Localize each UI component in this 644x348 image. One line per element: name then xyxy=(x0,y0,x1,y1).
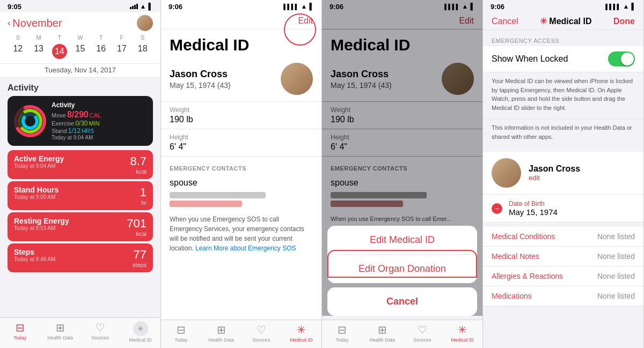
edit-profile-link[interactable]: edit xyxy=(529,174,580,182)
medications-value: None listed xyxy=(597,292,635,300)
medications-row[interactable]: Medications None listed xyxy=(483,286,643,306)
signal-icon xyxy=(130,4,138,9)
screen-calendar-health: 9:05 ▲ ▌ ‹ November S M T W T F S 12 13 … xyxy=(0,0,161,348)
date-15[interactable]: 15 xyxy=(70,44,91,59)
allergies-row[interactable]: Allergies & Reactions None listed xyxy=(483,266,643,286)
tab-medical-id-2[interactable]: ✳ Medical ID xyxy=(281,323,321,343)
steps-time: Today at 8:48 AM xyxy=(14,256,55,262)
wifi-icon-2: ▲ xyxy=(301,3,308,10)
user-avatar[interactable] xyxy=(137,15,153,31)
dob-value: May 15, 1974 xyxy=(509,208,635,217)
dob-label: Date of Birth xyxy=(509,200,635,208)
status-icons-1: ▲ ▌ xyxy=(130,3,153,10)
page-title-4: Medical ID xyxy=(549,17,591,26)
steps-title: Steps xyxy=(14,248,55,256)
cancel-button-4[interactable]: Cancel xyxy=(492,17,518,26)
profile-name-2: Jason Cross xyxy=(170,69,231,80)
tab-sources-3[interactable]: ♡ Sources xyxy=(402,323,443,343)
medical-conditions-label: Medical Conditions xyxy=(492,232,555,241)
status-icons-4: ▌▌▌▌ ▲ ▌ xyxy=(605,3,636,10)
medical-id-icon-tab-3: ✳ xyxy=(458,323,467,336)
tab-today-label: Today xyxy=(13,335,26,340)
battery-icon: ▌ xyxy=(148,3,153,10)
medical-conditions-value: None listed xyxy=(597,232,635,241)
medical-star-icon: ✳ xyxy=(540,16,547,26)
stand-hours-left: Stand Hours Today at 9:00 AM xyxy=(14,186,58,200)
steps-value: 77 xyxy=(133,248,147,262)
edit-organ-donation-button[interactable]: Edit Organ Donation xyxy=(327,255,477,283)
status-bar-1: 9:05 ▲ ▌ xyxy=(0,0,160,12)
activity-rings xyxy=(14,105,46,137)
sos-notice: When you use Emergency SOS to call Emerg… xyxy=(161,209,321,258)
action-sheet-main: Edit Medical ID Edit Organ Donation xyxy=(327,226,477,283)
health-cards: Active Energy Today at 9:04 AM 8.7 kcal … xyxy=(0,147,160,276)
medical-conditions-row[interactable]: Medical Conditions None listed xyxy=(483,227,643,247)
edit-button-2[interactable]: Edit xyxy=(298,16,313,26)
tab-sources-label: Sources xyxy=(91,335,109,340)
dob-col: Date of Birth May 15, 1974 xyxy=(509,200,635,217)
profile-photo-2 xyxy=(281,63,313,95)
profile-photo-4[interactable] xyxy=(492,158,521,188)
resting-energy-card[interactable]: Resting Energy Today at 8:53 AM 701 kcal xyxy=(8,212,153,241)
date-18[interactable]: 18 xyxy=(132,44,153,59)
steps-right: 77 steps xyxy=(133,248,147,268)
tab-medical-id-label-2: Medical ID xyxy=(290,337,313,343)
today-circle[interactable]: 14 xyxy=(52,44,67,59)
profile-info-2: Jason Cross May 15, 1974 (43) xyxy=(170,69,231,90)
tab-today-3[interactable]: ⊟ Today xyxy=(322,323,362,343)
medical-notes-row[interactable]: Medical Notes None listed xyxy=(483,247,643,266)
tab-health-data-2[interactable]: ⊞ Health Data xyxy=(201,323,241,343)
tab-health-data-1[interactable]: ⊞ Health Data xyxy=(40,321,80,343)
tab-medical-id-1[interactable]: ✳ Medical ID xyxy=(120,321,160,343)
battery-icon-2: ▌ xyxy=(309,3,314,10)
activity-card[interactable]: Activity Move 8/290 CAL Exercise 0/30 MI… xyxy=(8,96,153,146)
done-button-4[interactable]: Done xyxy=(613,17,635,26)
date-16[interactable]: 16 xyxy=(91,44,112,59)
action-sheet: Edit Medical ID Edit Organ Donation Canc… xyxy=(327,226,477,316)
exercise-unit: MIN xyxy=(89,120,100,127)
cancel-action-button[interactable]: Cancel xyxy=(327,287,477,316)
month-nav[interactable]: ‹ November xyxy=(8,17,62,29)
date-14[interactable]: 14 xyxy=(49,44,70,59)
active-energy-card[interactable]: Active Energy Today at 9:04 AM 8.7 kcal xyxy=(8,150,153,179)
height-label: Height xyxy=(170,134,313,141)
status-time-2: 9:06 xyxy=(169,3,182,11)
resting-energy-value: 701 xyxy=(127,217,147,231)
date-label: Tuesday, Nov 14, 2017 xyxy=(0,64,160,78)
medical-id-icon-tab: ✳ xyxy=(133,321,148,336)
move-label: Move xyxy=(52,112,66,119)
remove-dob-icon[interactable]: − xyxy=(492,203,502,214)
calendar-header: ‹ November xyxy=(0,12,160,33)
profile-name-4: Jason Cross xyxy=(529,164,580,174)
sources-icon: ♡ xyxy=(96,321,105,334)
edit-medical-id-button[interactable]: Edit Medical ID xyxy=(327,226,477,255)
tab-sources-1[interactable]: ♡ Sources xyxy=(80,321,121,343)
signal-icon-4: ▌▌▌▌ xyxy=(605,4,620,10)
calendar-week: 12 13 14 15 16 17 18 xyxy=(0,42,160,64)
day-s1: S xyxy=(8,34,28,41)
tab-medical-id-3[interactable]: ✳ Medical ID xyxy=(442,323,482,343)
resting-energy-left: Resting Energy Today at 8:53 AM xyxy=(14,217,69,231)
date-13[interactable]: 13 xyxy=(28,44,49,59)
wifi-icon-4: ▲ xyxy=(623,3,630,10)
screen-edit-medical-id: 9:06 ▌▌▌▌ ▲ ▌ Cancel ✳ Medical ID Done E… xyxy=(483,0,644,348)
learn-more-link[interactable]: Learn More about Emergency SOS xyxy=(195,245,296,252)
tab-health-data-3[interactable]: ⊞ Health Data xyxy=(362,323,402,343)
show-locked-toggle[interactable] xyxy=(608,51,635,66)
activity-title: Activity xyxy=(8,83,153,93)
stand-hours-card[interactable]: Stand Hours Today at 9:00 AM 1 hr xyxy=(8,181,153,210)
medical-id-page-title: Medical ID xyxy=(161,29,321,58)
exercise-row: Exercise 0/30 MIN xyxy=(52,120,147,127)
stand-hours-unit: hr xyxy=(140,199,147,206)
tab-today-2[interactable]: ⊟ Today xyxy=(161,323,201,343)
tab-health-label: Health Data xyxy=(47,335,73,340)
date-12[interactable]: 12 xyxy=(8,44,28,59)
day-t2: T xyxy=(91,34,112,41)
date-17[interactable]: 17 xyxy=(112,44,133,59)
emergency-access-label: EMERGENCY ACCESS xyxy=(483,30,643,46)
tab-today-1[interactable]: ⊟ Today xyxy=(0,321,40,343)
tab-sources-2[interactable]: ♡ Sources xyxy=(241,323,282,343)
height-value: 6' 4" xyxy=(170,142,313,152)
steps-card[interactable]: Steps Today at 8:48 AM 77 steps xyxy=(8,243,153,272)
back-arrow-icon[interactable]: ‹ xyxy=(8,18,10,28)
